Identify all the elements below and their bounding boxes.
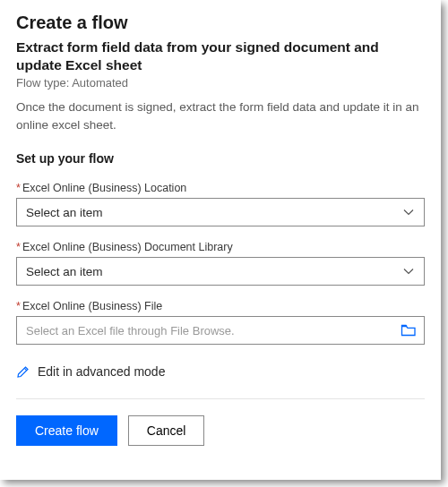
- edit-advanced-link[interactable]: Edit in advanced mode: [16, 364, 425, 379]
- page-title: Create a flow: [16, 13, 425, 33]
- edit-advanced-text: Edit in advanced mode: [38, 364, 165, 379]
- location-select-value: Select an item: [26, 206, 103, 219]
- button-row: Create flow Cancel: [16, 415, 425, 446]
- file-input[interactable]: [26, 324, 401, 337]
- field-file: *Excel Online (Business) File: [16, 300, 425, 345]
- field-file-label: *Excel Online (Business) File: [16, 300, 425, 312]
- cancel-button[interactable]: Cancel: [128, 415, 205, 446]
- field-location: *Excel Online (Business) Location Select…: [16, 182, 425, 226]
- pencil-icon: [16, 364, 30, 379]
- field-library: *Excel Online (Business) Document Librar…: [16, 241, 425, 286]
- required-marker: *: [16, 241, 21, 253]
- create-flow-button[interactable]: Create flow: [16, 415, 117, 446]
- field-library-label: *Excel Online (Business) Document Librar…: [16, 241, 425, 253]
- library-select[interactable]: Select an item: [16, 257, 425, 286]
- chevron-down-icon: [402, 265, 415, 278]
- file-input-wrapper: [16, 316, 425, 345]
- field-location-label: *Excel Online (Business) Location: [16, 182, 425, 194]
- setup-heading: Set up your flow: [16, 151, 425, 166]
- label-text: Excel Online (Business) File: [22, 300, 162, 312]
- chevron-down-icon: [402, 206, 415, 218]
- required-marker: *: [16, 300, 21, 312]
- divider: [16, 398, 425, 399]
- create-flow-panel: Create a flow Extract form field data fr…: [0, 0, 441, 480]
- library-select-value: Select an item: [26, 265, 103, 278]
- page-subtitle: Extract form field data from your signed…: [16, 38, 425, 74]
- folder-icon[interactable]: [401, 323, 417, 337]
- required-marker: *: [16, 182, 21, 194]
- label-text: Excel Online (Business) Location: [22, 182, 186, 194]
- flow-description: Once the document is signed, extract the…: [16, 98, 425, 133]
- flow-type-label: Flow type: Automated: [16, 76, 425, 90]
- location-select[interactable]: Select an item: [16, 198, 425, 226]
- label-text: Excel Online (Business) Document Library: [22, 241, 233, 253]
